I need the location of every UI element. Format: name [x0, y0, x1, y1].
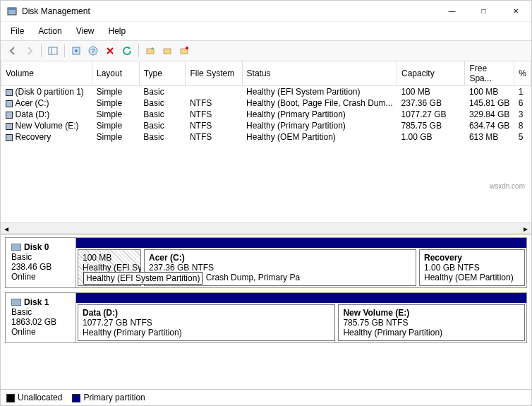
svg-rect-9: [164, 49, 171, 54]
scroll-right-icon[interactable]: ▸: [520, 223, 531, 234]
back-button[interactable]: [5, 43, 20, 59]
forward-button[interactable]: [22, 43, 37, 59]
disk-label[interactable]: Disk 1Basic1863.02 GBOnline: [6, 293, 76, 342]
disk-icon: [11, 299, 21, 306]
menubar: File Action View Help: [1, 22, 531, 40]
partition-info: 237.36 GB NTFS: [149, 263, 411, 273]
disk-body: Data (D:)1077.27 GB NTFSHealthy (Primary…: [76, 293, 526, 342]
disk-row: Disk 1Basic1863.02 GBOnlineData (D:)1077…: [5, 292, 527, 343]
menu-help[interactable]: Help: [102, 23, 133, 39]
menu-action[interactable]: Action: [31, 23, 68, 39]
partition-info: 100 MB: [83, 253, 136, 263]
legend-bar: Unallocated Primary partition: [1, 389, 531, 405]
partition-status: Healthy (OEM Partition): [424, 273, 520, 282]
disk-name: Disk 0: [11, 242, 70, 252]
toolbar: ?: [1, 40, 531, 61]
efi-tooltip: Healthy (EFI System Partition): [83, 272, 202, 285]
close-button[interactable]: ✕: [500, 1, 531, 22]
disk-icon: [11, 244, 21, 251]
partition-status: Healthy (Primary Partition): [343, 328, 520, 338]
attach-vhd-button[interactable]: [159, 43, 175, 59]
window-controls: — □ ✕: [436, 1, 531, 22]
partition-name: New Volume (E:): [343, 308, 520, 318]
partition-status: Healthy (EFI System Partition): [83, 263, 136, 273]
disk-status: Online: [11, 272, 70, 282]
disk-label[interactable]: Disk 0Basic238.46 GBOnline: [6, 238, 76, 287]
table-row[interactable]: Acer (C:)SimpleBasicNTFSHealthy (Boot, P…: [1, 97, 531, 109]
disk-type: Basic: [11, 307, 70, 317]
partition-name: Recovery: [424, 253, 520, 263]
disk-graphical-pane: Disk 0Basic238.46 GBOnline100 MBHealthy …: [1, 234, 531, 389]
main-content: Volume Layout Type File System Status Ca…: [1, 61, 531, 389]
properties-button[interactable]: [68, 43, 84, 59]
refresh-button[interactable]: [119, 43, 135, 59]
volume-table-header: Volume Layout Type File System Status Ca…: [1, 61, 531, 86]
volume-icon: [6, 123, 13, 130]
legend-primary: Primary partition: [72, 393, 145, 402]
titlebar: Disk Management — □ ✕: [1, 1, 531, 22]
svg-rect-1: [8, 8, 16, 10]
disk-size: 1863.02 GB: [11, 317, 70, 327]
svg-rect-2: [49, 47, 57, 54]
maximize-button[interactable]: □: [468, 1, 500, 22]
col-status[interactable]: Status: [242, 61, 397, 86]
table-row[interactable]: Data (D:)SimpleBasicNTFSHealthy (Primary…: [1, 109, 531, 120]
toolbar-separator: [138, 44, 139, 57]
show-hide-console-button[interactable]: [45, 43, 61, 59]
volume-icon: [6, 100, 13, 107]
col-layout[interactable]: Layout: [92, 61, 139, 86]
partition-info: 1077.27 GB NTFS: [83, 318, 330, 328]
col-type[interactable]: Type: [139, 61, 186, 86]
minimize-button[interactable]: —: [436, 1, 468, 22]
watermark: wsxdn.com: [490, 182, 525, 190]
table-row[interactable]: RecoverySimpleBasicNTFSHealthy (OEM Part…: [1, 131, 531, 143]
partition-block[interactable]: New Volume (E:)785.75 GB NTFSHealthy (Pr…: [338, 304, 525, 341]
delete-button[interactable]: [102, 43, 118, 59]
volume-list-pane: Volume Layout Type File System Status Ca…: [1, 61, 531, 234]
partition-block[interactable]: Recovery1.00 GB NTFSHealthy (OEM Partiti…: [419, 249, 525, 286]
toolbar-separator: [41, 44, 42, 57]
swatch-primary-icon: [72, 394, 80, 402]
window-title: Disk Management: [22, 6, 436, 16]
disk-size: 238.46 GB: [11, 262, 70, 272]
rescan-button[interactable]: [143, 43, 158, 59]
table-row[interactable]: (Disk 0 partition 1)SimpleBasicHealthy (…: [1, 86, 531, 98]
volume-icon: [6, 134, 13, 141]
scroll-left-icon[interactable]: ◂: [1, 223, 12, 234]
disk-color-bar: [76, 293, 526, 303]
detach-vhd-button[interactable]: [176, 43, 192, 59]
disk-type: Basic: [11, 252, 70, 262]
horizontal-scrollbar[interactable]: ◂ ▸: [1, 222, 531, 234]
legend-unallocated: Unallocated: [6, 393, 62, 402]
partition-block[interactable]: Data (D:)1077.27 GB NTFSHealthy (Primary…: [78, 304, 335, 341]
app-icon: [6, 6, 18, 17]
partition-name: Acer (C:): [149, 253, 411, 263]
col-pct[interactable]: %: [514, 61, 531, 86]
svg-point-11: [186, 47, 188, 49]
swatch-unallocated-icon: [6, 394, 15, 402]
volume-icon: [6, 89, 13, 96]
svg-rect-13: [11, 299, 21, 306]
svg-rect-10: [181, 49, 188, 54]
partition-status: Healthy (Primary Partition): [83, 328, 330, 338]
svg-rect-12: [11, 244, 21, 251]
partition-container: Data (D:)1077.27 GB NTFSHealthy (Primary…: [76, 303, 526, 342]
disk-name: Disk 1: [11, 297, 70, 307]
table-row[interactable]: New Volume (E:)SimpleBasicNTFSHealthy (P…: [1, 120, 531, 131]
disk-status: Online: [11, 327, 70, 337]
col-volume[interactable]: Volume: [1, 61, 92, 86]
partition-name: Data (D:): [83, 308, 330, 318]
col-freespace[interactable]: Free Spa...: [465, 61, 514, 86]
svg-point-5: [75, 49, 78, 52]
svg-rect-8: [147, 49, 154, 54]
volume-table: Volume Layout Type File System Status Ca…: [1, 61, 531, 143]
help-button[interactable]: ?: [85, 43, 101, 59]
disk-color-bar: [76, 238, 526, 248]
menu-view[interactable]: View: [69, 23, 102, 39]
partition-info: 785.75 GB NTFS: [343, 318, 520, 328]
svg-text:?: ?: [91, 47, 95, 54]
col-filesystem[interactable]: File System: [186, 61, 242, 86]
menu-file[interactable]: File: [4, 23, 31, 39]
volume-icon: [6, 112, 13, 119]
col-capacity[interactable]: Capacity: [397, 61, 465, 86]
